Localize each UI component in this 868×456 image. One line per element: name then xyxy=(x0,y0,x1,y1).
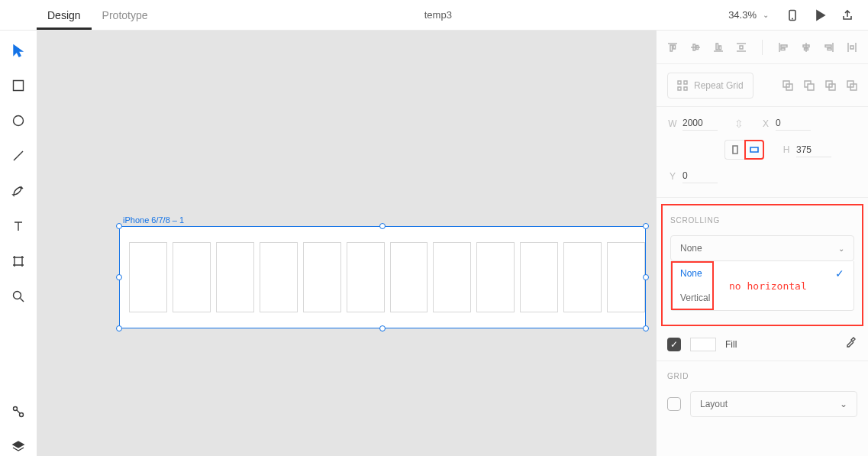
bool-intersect-icon[interactable] xyxy=(825,80,836,91)
grid-enabled-checkbox[interactable] xyxy=(667,397,681,411)
layers-button[interactable] xyxy=(9,438,27,456)
fill-row: ✓ Fill xyxy=(657,328,868,361)
cell[interactable] xyxy=(390,242,428,312)
zoom-tool[interactable] xyxy=(9,287,27,306)
svg-line-9 xyxy=(14,151,23,160)
zoom-value: 34.3% xyxy=(728,9,757,21)
align-right-icon[interactable] xyxy=(824,42,834,53)
svg-point-12 xyxy=(14,407,18,411)
annotation-text: no horizontal xyxy=(729,280,807,292)
width-input[interactable]: 2000 xyxy=(682,116,718,131)
selection-handle[interactable] xyxy=(116,274,122,280)
selection-handle[interactable] xyxy=(643,325,649,331)
top-bar: Design Prototype temp3 34.3% ⌄ xyxy=(0,0,868,31)
svg-rect-39 xyxy=(678,81,681,84)
document-title: temp3 xyxy=(159,9,718,21)
orientation-portrait-button[interactable] xyxy=(724,140,744,160)
fill-enabled-checkbox[interactable]: ✓ xyxy=(667,338,681,351)
text-tool[interactable] xyxy=(9,217,27,235)
cell[interactable] xyxy=(563,242,602,312)
svg-rect-23 xyxy=(719,46,721,50)
text-icon xyxy=(11,219,25,233)
selection-handle[interactable] xyxy=(643,274,649,280)
landscape-icon xyxy=(749,144,760,155)
cell[interactable] xyxy=(347,242,385,312)
scrolling-select-value: None xyxy=(680,243,702,254)
cell[interactable] xyxy=(129,242,167,312)
align-bottom-icon[interactable] xyxy=(713,42,724,53)
cell[interactable] xyxy=(607,242,645,312)
rectangle-tool[interactable] xyxy=(9,76,27,95)
selection-handle[interactable] xyxy=(379,223,386,229)
align-top-icon[interactable] xyxy=(667,42,678,53)
align-left-icon[interactable] xyxy=(778,42,789,53)
selection-handle[interactable] xyxy=(379,325,386,331)
artboard-tool[interactable] xyxy=(9,252,27,270)
share-button[interactable] xyxy=(841,8,854,22)
select-tool[interactable] xyxy=(9,41,27,60)
device-preview-button[interactable] xyxy=(786,8,799,22)
svg-point-10 xyxy=(14,292,21,299)
zoom-control[interactable]: 34.3% ⌄ xyxy=(718,9,779,21)
svg-rect-34 xyxy=(825,45,831,47)
selection-handle[interactable] xyxy=(643,223,649,229)
x-label: X xyxy=(760,118,771,129)
bool-exclude-icon[interactable] xyxy=(847,80,857,91)
cell[interactable] xyxy=(476,242,515,312)
play-preview-button[interactable] xyxy=(813,8,827,22)
align-hcenter-icon[interactable] xyxy=(801,42,812,53)
grid-icon xyxy=(677,80,688,91)
assets-button[interactable] xyxy=(9,403,27,421)
svg-rect-38 xyxy=(850,46,853,49)
distribute-h-icon[interactable] xyxy=(847,42,857,53)
check-icon: ✓ xyxy=(835,267,844,280)
align-vcenter-icon[interactable] xyxy=(690,42,701,53)
option-label: None xyxy=(680,268,702,279)
repeat-grid-button[interactable]: Repeat Grid xyxy=(667,73,753,99)
height-input[interactable]: 375 xyxy=(796,143,831,157)
artboard-label[interactable]: iPhone 6/7/8 – 1 xyxy=(123,215,184,225)
cell[interactable] xyxy=(303,242,341,312)
svg-rect-26 xyxy=(740,46,743,49)
scrolling-select[interactable]: None ⌄ xyxy=(670,235,854,261)
orientation-landscape-button[interactable] xyxy=(744,140,764,160)
svg-rect-41 xyxy=(678,87,681,90)
cell[interactable] xyxy=(260,242,298,312)
cell[interactable] xyxy=(216,242,254,312)
cell[interactable] xyxy=(173,242,211,312)
share-icon xyxy=(841,9,853,21)
grid-type-value: Layout xyxy=(700,399,728,409)
bool-subtract-icon[interactable] xyxy=(804,80,815,91)
pen-tool[interactable] xyxy=(9,182,27,200)
svg-rect-42 xyxy=(684,87,687,90)
canvas[interactable]: iPhone 6/7/8 – 1 xyxy=(37,31,656,456)
scrolling-title: SCROLLING xyxy=(670,216,854,225)
artboard[interactable] xyxy=(119,226,646,328)
line-tool[interactable] xyxy=(9,147,27,165)
chevron-down-icon: ⌄ xyxy=(763,11,769,19)
selection-handle[interactable] xyxy=(116,325,122,331)
lock-aspect-icon[interactable]: ⇳ xyxy=(734,118,744,130)
eyedropper-button[interactable] xyxy=(845,337,857,351)
tab-design[interactable]: Design xyxy=(37,9,92,30)
y-input[interactable]: 0 xyxy=(682,169,718,183)
ellipse-tool[interactable] xyxy=(9,112,27,130)
tab-prototype[interactable]: Prototype xyxy=(92,9,159,30)
bool-union-icon[interactable] xyxy=(782,80,793,91)
distribute-v-icon[interactable] xyxy=(736,42,747,53)
svg-rect-22 xyxy=(716,44,718,50)
grid-type-select[interactable]: Layout ⌄ xyxy=(690,391,857,417)
x-input[interactable]: 0 xyxy=(776,116,811,131)
svg-rect-17 xyxy=(673,45,676,49)
fill-color-swatch[interactable] xyxy=(690,338,716,351)
cell[interactable] xyxy=(433,242,471,312)
portrait-icon xyxy=(730,144,741,155)
main-area: iPhone 6/7/8 – 1 xyxy=(0,31,868,456)
cell[interactable] xyxy=(520,242,558,312)
grid-panel: GRID Layout ⌄ xyxy=(657,361,868,429)
artboard-icon xyxy=(11,254,25,268)
svg-rect-46 xyxy=(808,84,814,90)
selection-handle[interactable] xyxy=(116,223,122,229)
hamburger-icon xyxy=(0,0,37,34)
menu-button[interactable] xyxy=(0,0,37,30)
